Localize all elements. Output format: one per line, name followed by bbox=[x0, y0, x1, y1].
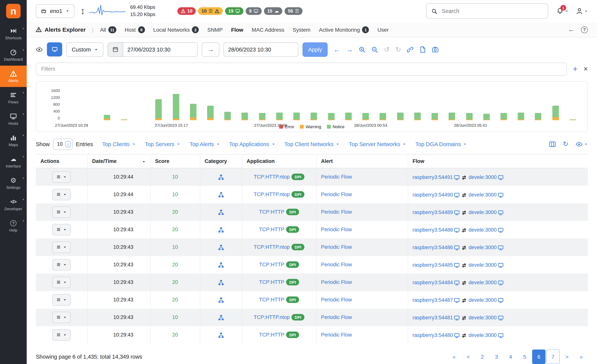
notifications-button[interactable]: 1 bbox=[557, 8, 568, 15]
alert-type-link[interactable]: Periodic Flow bbox=[321, 227, 352, 233]
page-button-6[interactable]: 6 bbox=[532, 349, 545, 364]
stepper-updown-icon[interactable]: ↕ bbox=[65, 141, 71, 147]
reload-table-icon[interactable]: ↻ bbox=[563, 141, 569, 148]
tab-all[interactable]: All11 bbox=[100, 26, 116, 33]
sidebar-item-alerts[interactable]: Alerts bbox=[0, 66, 27, 87]
column-header-actions[interactable]: Actions bbox=[36, 154, 87, 168]
header-badge-remote-hosts[interactable]: 15☁ bbox=[264, 8, 282, 15]
row-actions-button[interactable] bbox=[52, 329, 71, 341]
date-to-input[interactable] bbox=[224, 42, 298, 57]
tab-snmp[interactable]: SNMP bbox=[207, 26, 223, 33]
sidebar-item-settings[interactable]: ⚙Settings▸ bbox=[0, 173, 27, 194]
filters-input[interactable] bbox=[36, 62, 567, 75]
column-header-alert[interactable]: Alert bbox=[316, 154, 408, 168]
date-from-input[interactable] bbox=[123, 42, 198, 57]
header-badge-devices[interactable]: 9 bbox=[246, 8, 261, 15]
columns-config-icon[interactable] bbox=[549, 141, 556, 148]
ntop-logo[interactable]: n bbox=[6, 4, 21, 18]
chart-plot[interactable] bbox=[64, 88, 581, 120]
flow-client-link[interactable]: raspberry3:54481 bbox=[413, 315, 453, 321]
dropdown-top-servers[interactable]: Top Servers bbox=[145, 141, 181, 147]
flow-server-link[interactable]: devele:3000 bbox=[469, 174, 497, 180]
tab-mac-address[interactable]: MAC Address bbox=[251, 26, 284, 33]
sidebar-item-dashboard[interactable]: Dashboard▸ bbox=[0, 44, 27, 66]
sidebar-item-developer[interactable]: </>Developer▸ bbox=[0, 194, 27, 215]
sidebar-item-hosts[interactable]: Hosts▸ bbox=[0, 108, 27, 130]
tab-system[interactable]: System bbox=[293, 26, 311, 33]
row-actions-button[interactable] bbox=[52, 224, 71, 235]
row-actions-button[interactable] bbox=[52, 189, 71, 200]
calendar-icon[interactable] bbox=[108, 42, 123, 57]
alert-type-link[interactable]: Periodic Flow bbox=[321, 192, 352, 198]
header-badge-errors[interactable]: 10 bbox=[177, 8, 196, 15]
flow-client-link[interactable]: raspberry3:54489 bbox=[413, 209, 453, 215]
zoom-out-icon[interactable] bbox=[371, 46, 378, 53]
row-actions-button[interactable] bbox=[52, 294, 71, 306]
dropdown-top-alerts[interactable]: Top Alerts bbox=[189, 141, 220, 147]
flow-server-link[interactable]: devele:3000 bbox=[469, 227, 497, 233]
header-badge-local-hosts[interactable]: 19 bbox=[225, 8, 243, 15]
row-actions-button[interactable] bbox=[52, 206, 71, 218]
dropdown-top-clients[interactable]: Top Clients bbox=[102, 141, 136, 147]
tab-local-networks[interactable]: Local Networks2 bbox=[153, 26, 199, 33]
refresh-icon[interactable]: ↻ bbox=[395, 46, 401, 53]
alert-type-link[interactable]: Periodic Flow bbox=[321, 209, 352, 215]
application-link[interactable]: TCP:HTTP.ntop bbox=[254, 315, 290, 320]
page-button--[interactable]: < bbox=[462, 349, 475, 364]
alert-type-link[interactable]: Periodic Flow bbox=[321, 174, 352, 180]
help-icon[interactable]: ? bbox=[581, 26, 588, 33]
page-button-4[interactable]: 4 bbox=[504, 349, 517, 364]
shift-back-icon[interactable]: ← bbox=[334, 46, 340, 53]
shift-forward-icon[interactable]: → bbox=[346, 46, 353, 53]
snapshot-icon[interactable] bbox=[432, 46, 439, 53]
flow-client-link[interactable]: raspberry3:54488 bbox=[413, 227, 453, 233]
flow-client-link[interactable]: raspberry3:54490 bbox=[413, 192, 453, 198]
flow-server-link[interactable]: devele:3000 bbox=[469, 192, 497, 198]
close-filters-icon[interactable]: × bbox=[584, 65, 588, 72]
header-badge-warnings[interactable]: 10☰ bbox=[198, 8, 223, 15]
application-link[interactable]: TCP:HTTP.ntop bbox=[254, 174, 290, 180]
alert-type-link[interactable]: Periodic Flow bbox=[321, 244, 352, 250]
column-header-category[interactable]: Category bbox=[200, 154, 242, 168]
row-actions-button[interactable] bbox=[52, 312, 71, 323]
alert-type-link[interactable]: Periodic Flow bbox=[321, 332, 352, 338]
column-header-score[interactable]: Score bbox=[150, 154, 200, 168]
alert-type-link[interactable]: Periodic Flow bbox=[321, 297, 352, 303]
eye-icon[interactable] bbox=[36, 46, 43, 53]
flow-server-link[interactable]: devele:3000 bbox=[469, 245, 497, 250]
application-link[interactable]: TCP:HTTP bbox=[259, 279, 284, 285]
tab-user[interactable]: User bbox=[377, 26, 389, 33]
engaged-alerts-toggle-button[interactable] bbox=[47, 42, 62, 56]
flow-client-link[interactable]: raspberry3:54491 bbox=[413, 174, 453, 180]
sidebar-item-flows[interactable]: Flows▸ bbox=[0, 87, 27, 108]
dropdown-top-server-networks[interactable]: Top Server Networks bbox=[349, 141, 406, 147]
flow-client-link[interactable]: raspberry3:54480 bbox=[413, 332, 453, 338]
flow-server-link[interactable]: devele:3000 bbox=[469, 262, 497, 268]
sidebar-item-maps[interactable]: Maps▸ bbox=[0, 130, 27, 151]
back-arrow-icon[interactable]: ← bbox=[568, 25, 575, 34]
column-header-application[interactable]: Application bbox=[242, 154, 316, 168]
row-actions-button[interactable] bbox=[52, 277, 71, 288]
dropdown-top-dga-domains[interactable]: Top DGA Domains bbox=[416, 141, 467, 147]
row-actions-button[interactable] bbox=[52, 171, 71, 183]
dropdown-top-client-networks[interactable]: Top Client Networks bbox=[284, 141, 340, 147]
time-range-preset-select[interactable]: Custom bbox=[66, 42, 103, 57]
report-icon[interactable] bbox=[419, 46, 426, 53]
flow-server-link[interactable]: devele:3000 bbox=[469, 280, 497, 285]
flow-client-link[interactable]: raspberry3:54486 bbox=[413, 245, 453, 250]
tab-host[interactable]: Host8 bbox=[125, 26, 145, 33]
application-link[interactable]: TCP:HTTP.ntop bbox=[254, 244, 290, 250]
interface-selector[interactable]: eno1 bbox=[36, 4, 75, 18]
page-button-2[interactable]: 2 bbox=[476, 349, 489, 364]
column-header-date-time[interactable]: Date/Time bbox=[87, 154, 150, 168]
dropdown-top-applications[interactable]: Top Applications bbox=[229, 141, 275, 147]
flow-client-link[interactable]: raspberry3:54485 bbox=[413, 262, 453, 268]
application-link[interactable]: TCP:HTTP.ntop bbox=[254, 192, 290, 198]
undo-icon[interactable]: ↺ bbox=[384, 46, 390, 53]
row-actions-button[interactable] bbox=[52, 242, 71, 253]
permalink-icon[interactable] bbox=[407, 46, 414, 53]
page-button-5[interactable]: 5 bbox=[518, 349, 531, 364]
application-link[interactable]: TCP:HTTP bbox=[259, 332, 284, 338]
flow-server-link[interactable]: devele:3000 bbox=[469, 332, 497, 338]
alert-type-link[interactable]: Periodic Flow bbox=[321, 262, 352, 268]
